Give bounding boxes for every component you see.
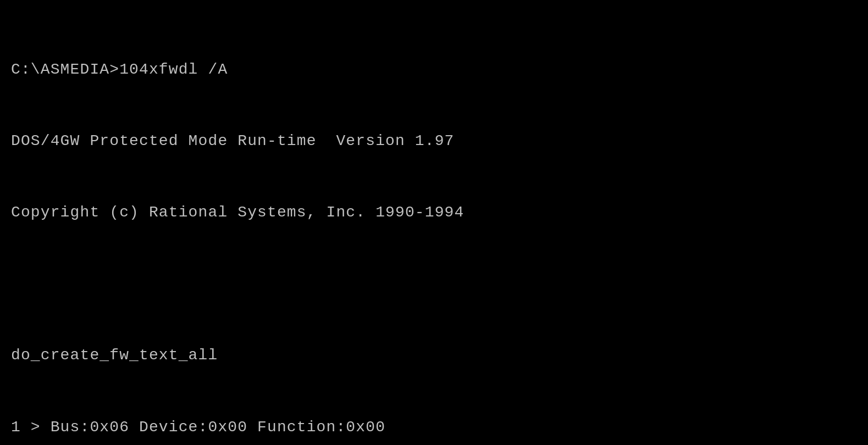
terminal-line-3: Copyright (c) Rational Systems, Inc. 199… [11, 201, 464, 224]
terminal-line-2: DOS/4GW Protected Mode Run-time Version … [11, 129, 464, 153]
terminal-empty-1 [11, 272, 464, 296]
terminal-line-4: do_create_fw_text_all [11, 343, 464, 367]
terminal-line-1: C:\ASMEDIA>104xfwdl /A [11, 58, 464, 81]
terminal-output: C:\ASMEDIA>104xfwdl /A DOS/4GW Protected… [11, 10, 464, 445]
terminal-line-5: 1 > Bus:0x06 Device:0x00 Function:0x00 [11, 415, 464, 439]
